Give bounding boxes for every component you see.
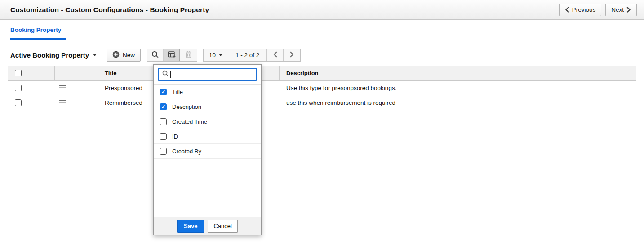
popup-item-label: Created By [172,148,201,155]
new-button-label: New [123,52,135,58]
select-all-checkbox[interactable] [15,70,22,76]
drag-handle-icon[interactable] [59,85,66,90]
popup-footer: Save Cancel [154,217,261,235]
checkbox[interactable] [160,133,167,140]
next-page-button[interactable] [284,49,300,61]
popup-item-description[interactable]: Description [154,99,261,114]
chevron-down-icon [93,54,97,56]
chevron-right-icon [626,7,631,13]
row-handle-cell [55,81,102,95]
popup-item-created-time[interactable]: Created Time [154,114,261,129]
row-checkbox-cell [8,95,55,110]
popup-item-title[interactable]: Title [154,85,261,99]
view-selector-label: Active Booking Property [10,51,89,59]
popup-item-label: Description [172,103,201,110]
text-caret [170,71,171,78]
column-search-input[interactable] [174,71,253,78]
delete-button[interactable] [180,49,197,61]
page-size-value: 10 [209,52,216,58]
row-checkbox[interactable] [15,99,22,106]
checkbox[interactable] [160,103,167,110]
list-action-icon-group [147,49,197,62]
row-handle-cell [55,95,102,110]
row-description: use this when reimbursement is required [280,95,636,110]
records-table: Title Description Presponsored Use this … [8,66,636,110]
table-header-row: Title Description [8,66,636,81]
popup-item-label: Created Time [172,118,207,125]
popup-item-id[interactable]: ID [154,129,261,144]
table-header-checkbox-cell [8,66,55,80]
plus-circle-icon [112,51,120,59]
tab-booking-property[interactable]: Booking Property [10,27,62,40]
new-button[interactable]: New [107,49,141,62]
row-description: Use this type for presonpsored bookings. [280,81,636,95]
popup-item-label: ID [172,133,178,140]
table-row[interactable]: Presponsored Use this type for presonpso… [8,81,636,95]
manage-columns-popup: Title Description Created Time ID Create… [153,64,262,235]
trash-icon [185,50,192,60]
table-header-handle-cell [55,66,102,80]
list-toolbar: Active Booking Property New [10,49,644,62]
table-row[interactable]: Remimbersed use this when reimbursement … [8,95,636,110]
popup-item-created-by[interactable]: Created By [154,144,261,159]
pagination-range-text: 1 - 2 of 2 [235,52,259,58]
manage-columns-button[interactable] [164,49,180,61]
chevron-left-icon [565,7,569,13]
row-checkbox[interactable] [15,85,22,91]
row-checkbox-cell [8,81,55,95]
previous-button-label: Previous [572,6,596,13]
checkbox[interactable] [160,89,167,95]
magnifier-icon [162,70,169,79]
cancel-button[interactable]: Cancel [208,220,237,233]
chevron-left-icon [273,51,278,59]
view-selector-dropdown[interactable]: Active Booking Property [10,51,97,59]
page-title: Customization - Custom Configurations - … [10,6,209,14]
table-plus-icon [168,50,176,60]
page-size-dropdown[interactable]: 10 [204,49,228,61]
drag-handle-icon[interactable] [59,100,66,105]
chevron-down-icon [219,54,222,56]
popup-search-area [154,65,261,85]
popup-search-box[interactable] [158,68,257,81]
save-button[interactable]: Save [177,220,204,233]
column-header-description[interactable]: Description [280,66,636,80]
pagination-range: 1 - 2 of 2 [228,49,267,61]
checkbox[interactable] [160,118,167,125]
checkbox[interactable] [160,148,167,155]
magnifier-icon [151,50,159,60]
next-button[interactable]: Next [605,4,637,16]
tab-bar: Booking Property [0,20,644,40]
popup-empty-space [154,159,261,217]
previous-page-button[interactable] [267,49,284,61]
next-button-label: Next [611,6,624,13]
previous-button[interactable]: Previous [559,4,602,16]
top-header-bar: Customization - Custom Configurations - … [0,0,644,20]
search-button[interactable] [147,49,164,61]
popup-item-label: Title [172,89,183,95]
header-nav-buttons: Previous Next [559,4,637,16]
chevron-right-icon [289,51,294,59]
pagination-group: 10 1 - 2 of 2 [203,49,301,62]
